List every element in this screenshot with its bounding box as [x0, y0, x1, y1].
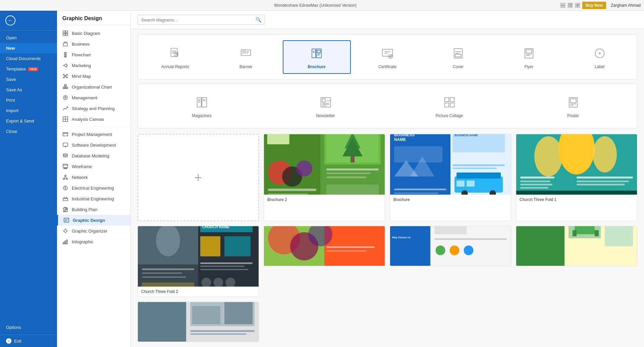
restore-button[interactable]: ❐ [568, 3, 573, 8]
sidebar-item-mindmap[interactable]: Mind Map [57, 71, 130, 82]
sidebar-item-industrial[interactable]: Industrial Engineering [57, 193, 130, 204]
search-input[interactable] [141, 17, 256, 22]
sidebar-item-print[interactable]: Print [0, 95, 57, 105]
annual-reports-icon [167, 45, 183, 62]
sidebar-item-saveas[interactable]: Save As [0, 85, 57, 95]
svg-point-51 [66, 178, 68, 180]
sidebar-item-new[interactable]: New [0, 43, 57, 53]
sidebar-item-graphic-organizer[interactable]: Graphic Organizer [57, 226, 130, 236]
svg-rect-188 [200, 266, 245, 267]
sidebar-item-graphic-design[interactable]: Graphic Design [57, 215, 130, 226]
sidebar-item-network[interactable]: Network [57, 172, 130, 183]
category-icon-picture-collage[interactable]: Picture Collage [389, 89, 510, 123]
svg-rect-144 [326, 177, 367, 178]
sidebar-item-cloud[interactable]: Cloud Documents [0, 53, 57, 64]
sidebar-item-database[interactable]: Database Modeling [57, 150, 130, 161]
mindmap-icon [62, 73, 68, 79]
sidebar-item-save[interactable]: Save [0, 74, 57, 85]
sidebar-item-templates[interactable]: Templates NEW [0, 64, 57, 74]
add-new-card[interactable]: + [138, 134, 259, 221]
sidebar-item-analysis[interactable]: Analysis Canvas [57, 114, 130, 125]
brochure-furniture-card[interactable]: Furniture Sale [516, 226, 637, 266]
sidebar-item-infographic[interactable]: Infographic [57, 236, 130, 247]
svg-rect-20 [64, 85, 66, 86]
svg-rect-231 [190, 334, 247, 335]
svg-rect-217 [516, 226, 565, 266]
close-button[interactable]: ✕ [575, 3, 580, 8]
left-sidebar: ← Open New Cloud Documents Templates NEW… [0, 11, 57, 347]
category-icon-annual-reports[interactable]: Annual Reports [141, 40, 209, 74]
sidebar-item-management[interactable]: Management [57, 92, 130, 103]
svg-rect-225 [138, 302, 186, 342]
category-icon-brochure[interactable]: Brochure [283, 40, 351, 74]
brochure-food-card[interactable]: Special Food [264, 226, 385, 266]
church-threefold2-thumb: CHURCH NAME [138, 226, 259, 287]
sidebar-item-orgchart[interactable]: Organizational Chart [57, 82, 130, 92]
svg-text:BUSINESS: BUSINESS [394, 134, 415, 137]
svg-rect-173 [516, 191, 637, 195]
svg-rect-107 [197, 98, 201, 107]
svg-rect-230 [190, 330, 255, 332]
search-input-wrap[interactable]: 🔍 [138, 15, 265, 25]
svg-rect-135 [268, 189, 316, 191]
sidebar-item-strategy[interactable]: Strategy and Planning [57, 103, 130, 114]
banner-icon [237, 45, 254, 62]
network-icon [62, 174, 68, 180]
infographic-icon [62, 239, 68, 245]
sidebar-item-options[interactable]: Options [0, 322, 57, 333]
graphic-organizer-label: Graphic Organizer [72, 229, 107, 234]
sidebar-item-wireframe[interactable]: Wireframe [57, 161, 130, 172]
sidebar-item-open[interactable]: Open [0, 33, 57, 43]
sidebar-logo-area: ← [0, 11, 57, 31]
svg-point-134 [296, 160, 312, 177]
sidebar-item-basic-diagram[interactable]: Basic Diagram [57, 28, 130, 39]
sidebar-item-import[interactable]: Import [0, 105, 57, 116]
svg-rect-220 [575, 226, 595, 234]
business-label: Business [72, 42, 90, 47]
church-threefold1-card[interactable]: SERMON Programs & Topics Church Three Fo… [516, 134, 637, 221]
category-icon-certificate[interactable]: Certificate [354, 40, 422, 74]
minimize-button[interactable]: — [560, 3, 566, 8]
svg-point-166 [534, 136, 562, 177]
brochure-card[interactable]: BUSINESS NAME BUSINESS NAME [390, 134, 511, 221]
brochure-corporate-card[interactable]: Why Choose Us CORPORATE NAME [390, 226, 511, 266]
brochure2-card[interactable]: SAVE BIG [264, 134, 385, 221]
software-icon [62, 142, 68, 148]
infographic-label: Infographic [72, 239, 93, 244]
sidebar-item-marketing[interactable]: Marketing [57, 60, 130, 71]
exit-button[interactable]: Exit [0, 335, 57, 347]
category-icon-newsletter[interactable]: NEWS Newsletter [265, 89, 386, 123]
category-icon-flyer[interactable]: Flyer [495, 40, 563, 74]
svg-rect-170 [520, 181, 550, 182]
church-threefold2-card[interactable]: CHURCH NAME [138, 226, 259, 297]
buy-now-button[interactable]: Buy Now [582, 2, 606, 9]
sidebar-item-export[interactable]: Export & Send [0, 116, 57, 126]
brochure-interior-card[interactable]: Why Choose Us [138, 302, 259, 342]
svg-rect-185 [200, 236, 220, 256]
cover-label: Cover [453, 64, 464, 69]
picture-collage-icon [441, 94, 458, 111]
category-icon-magazines[interactable]: Magazines [141, 89, 262, 123]
svg-rect-86 [312, 49, 316, 58]
category-icon-label[interactable]: Label [566, 40, 634, 74]
svg-line-16 [64, 75, 65, 76]
svg-rect-142 [326, 168, 379, 170]
sidebar-item-flowchart[interactable]: Flowchart [57, 49, 130, 60]
brochure-food-thumb: Special Food [264, 226, 385, 266]
sidebar-item-electrical[interactable]: Electrical Engineering [57, 183, 130, 193]
category-icon-poster[interactable]: Poster [513, 89, 634, 123]
sidebar-item-software[interactable]: Software Development [57, 140, 130, 150]
sidebar-item-close[interactable]: Close [0, 126, 57, 137]
svg-rect-222 [595, 230, 599, 236]
category-icon-banner[interactable]: Banner [212, 40, 280, 74]
sidebar-item-building[interactable]: Building Plan [57, 204, 130, 215]
brochure-furniture-thumb: Furniture Sale [516, 226, 637, 266]
flowchart-icon [62, 52, 68, 58]
templates-grid: + SAVE BIG [138, 134, 637, 342]
category-icon-cover[interactable]: Cover [424, 40, 492, 74]
sidebar-item-business[interactable]: Business [57, 39, 130, 49]
sidebar-item-project[interactable]: Project Management [57, 129, 130, 140]
newsletter-icon: NEWS [317, 94, 334, 111]
svg-text:CHURCH NAME: CHURCH NAME [202, 226, 230, 229]
back-button[interactable]: ← [5, 15, 15, 26]
